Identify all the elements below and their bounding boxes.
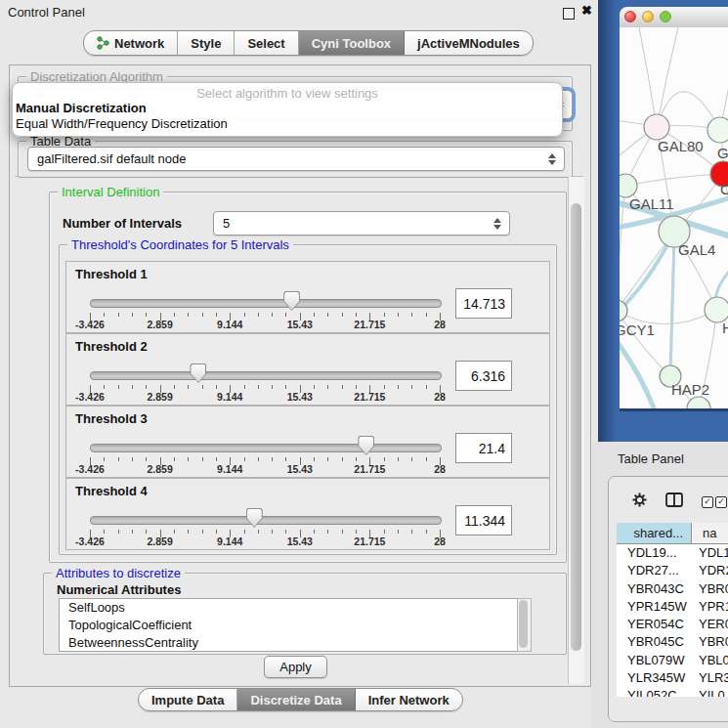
table-row[interactable]: YLR345WYLR3 <box>617 669 728 687</box>
table-row[interactable]: YPR145WYPR1 <box>617 598 728 616</box>
slider-tick-label: 21.715 <box>354 463 385 475</box>
network-node-top-right[interactable] <box>707 117 728 143</box>
split-columns-icon[interactable] <box>665 492 683 507</box>
table-row[interactable]: YDL19...YDL1 <box>617 544 728 562</box>
table-row[interactable]: YIL052CYIL0 <box>617 687 728 697</box>
slider-tick <box>327 530 328 534</box>
network-node-label: GCY1 <box>620 321 655 338</box>
close-icon[interactable]: ✖ <box>581 3 592 18</box>
column-header-shared-name[interactable]: shared... <box>617 523 692 543</box>
slider-tick <box>118 313 119 317</box>
network-graph[interactable]: GAL80GACGAL11GAL4GCY1HHAP2 <box>620 27 728 408</box>
tab-network[interactable]: Network <box>84 31 178 55</box>
close-traffic-light-icon[interactable] <box>624 11 636 22</box>
settings-gear-icon[interactable] <box>632 492 647 507</box>
threshold-box: Threshold 4-3.4262.8599.14415.4321.71528… <box>65 478 550 550</box>
scrollbar-thumb[interactable] <box>519 600 528 648</box>
slider-thumb[interactable] <box>190 364 206 383</box>
network-window-titlebar[interactable] <box>620 7 728 28</box>
network-node-bottom[interactable] <box>687 397 710 408</box>
slider-tick <box>426 385 427 389</box>
slider-tick <box>118 457 119 461</box>
slider-tick <box>132 530 133 534</box>
threshold-value-field[interactable]: 6.316 <box>455 361 512 391</box>
network-edge[interactable] <box>657 27 678 127</box>
tab-style[interactable]: Style <box>178 31 235 55</box>
slider-thumb[interactable] <box>358 436 374 455</box>
cell-shared-name: YDR27... <box>627 563 679 578</box>
attribute-list-item[interactable]: TopologicalCoefficient <box>60 617 517 634</box>
network-edge[interactable] <box>625 174 723 186</box>
slider-track[interactable] <box>90 444 442 452</box>
table-row[interactable]: YER054CYER0 <box>617 616 728 633</box>
table-row[interactable]: YBR043CYBR0 <box>617 580 728 598</box>
popup-hint: Select algorithm to view settings <box>13 86 562 101</box>
threshold-value-field[interactable]: 14.713 <box>455 288 512 319</box>
cell-shared-name: YPR145W <box>627 599 687 614</box>
network-canvas-edge <box>620 408 728 411</box>
slider-tick <box>104 457 105 461</box>
column-header-name[interactable]: na <box>693 523 728 543</box>
popup-option[interactable]: Equal Width/Frequency Discretization <box>16 116 228 131</box>
slider-tick <box>216 313 217 317</box>
slider-tick <box>342 530 343 534</box>
threshold-label: Threshold 2 <box>75 339 148 354</box>
network-canvas[interactable]: GAL80GACGAL11GAL4GCY1HHAP2 <box>620 27 728 408</box>
slider-tick <box>202 313 203 317</box>
network-node-label: C <box>720 181 728 197</box>
zoom-traffic-light-icon[interactable] <box>660 11 671 22</box>
slider-tick <box>356 313 357 317</box>
slider-track[interactable] <box>90 299 442 308</box>
slider-tick <box>272 530 273 534</box>
slider-tick-label: 9.144 <box>217 535 242 547</box>
tab-impute-data[interactable]: Impute Data <box>139 689 237 710</box>
apply-button[interactable]: Apply <box>264 656 327 678</box>
minimize-traffic-light-icon[interactable] <box>642 11 654 22</box>
attribute-list-item[interactable]: SelfLoops <box>60 599 517 617</box>
slider-tick <box>202 385 203 389</box>
table-data-group: Table Data galFiltered.sif default node <box>18 141 573 178</box>
network-node-label: GA <box>717 145 728 161</box>
checked-checkbox-icon[interactable]: ✓ <box>715 496 727 508</box>
tab-discretize-data[interactable]: Discretize Data <box>237 689 355 710</box>
table-panel-box: ✓ ✓ shared... na YDL19...YDL1YDR27...YDR… <box>608 476 728 722</box>
slider-thumb[interactable] <box>283 291 300 311</box>
float-window-icon[interactable] <box>563 8 575 20</box>
tab-label: Discretize Data <box>250 693 341 707</box>
checked-checkbox-icon[interactable]: ✓ <box>702 496 713 508</box>
tab-jactivemnodules[interactable]: jActiveMNodules <box>405 31 533 55</box>
network-edge-thick[interactable] <box>620 332 655 408</box>
slider-tick-label: 9.144 <box>217 319 242 330</box>
attributes-list-scrollbar[interactable] <box>517 598 532 652</box>
attribute-list-item[interactable]: BetweennessCentrality <box>60 634 517 652</box>
slider-tick <box>285 530 286 534</box>
network-node-gal80[interactable] <box>644 114 669 140</box>
table-row[interactable]: YBL079WYBL0 <box>617 652 728 669</box>
network-node-gal11[interactable] <box>620 174 637 197</box>
slider-tick <box>146 457 147 461</box>
scrollbar-thumb[interactable] <box>571 203 581 651</box>
number-of-intervals-combobox[interactable]: 5 <box>213 211 510 236</box>
numerical-attributes-list[interactable]: SelfLoopsTopologicalCoefficientBetweenne… <box>59 598 518 652</box>
slider-tick-label: -3.426 <box>75 463 105 475</box>
table-row[interactable]: YBR045CYBR0 <box>617 633 728 651</box>
network-edge[interactable] <box>639 27 657 127</box>
slider-thumb[interactable] <box>246 508 263 528</box>
slider-tick <box>104 385 105 389</box>
node-table[interactable]: shared... na YDL19...YDL1YDR27...YDR2YBR… <box>617 523 728 697</box>
slider-tick <box>342 385 343 389</box>
interval-definition-title: Interval Definition <box>58 185 163 199</box>
slider-track[interactable] <box>90 516 442 525</box>
slider-track[interactable] <box>90 371 442 380</box>
popup-option[interactable]: Manual Discretization <box>16 101 147 115</box>
table-data-combobox[interactable]: galFiltered.sif default node <box>27 147 565 171</box>
combobox-stepper-icon <box>493 218 501 230</box>
tab-select[interactable]: Select <box>235 31 298 55</box>
threshold-value-field[interactable]: 21.4 <box>455 433 512 463</box>
table-row[interactable]: YDR27...YDR2 <box>617 562 728 579</box>
tab-cyni-toolbox[interactable]: Cyni Toolbox <box>299 31 405 55</box>
threshold-value-field[interactable]: 11.344 <box>455 505 512 535</box>
tab-infer-network[interactable]: Infer Network <box>356 689 462 710</box>
panel-scrollbar[interactable] <box>568 177 584 684</box>
cyni-mode-tabs: Impute DataDiscretize DataInfer Network <box>138 688 463 711</box>
